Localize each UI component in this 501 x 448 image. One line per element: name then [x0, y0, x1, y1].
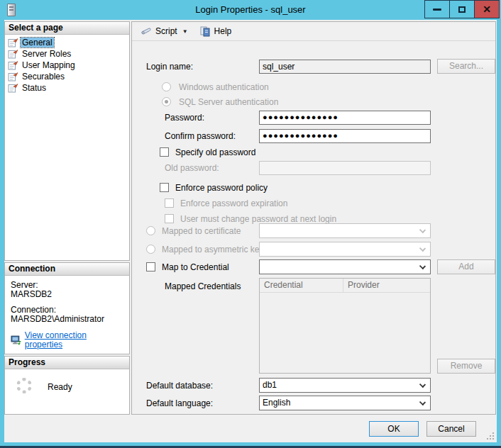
confirm-password-input[interactable]: ●●●●●●●●●●●●●●: [259, 129, 431, 143]
page-tree: General Server Roles User Mapping Secura…: [5, 35, 129, 94]
titlebar: Login Properties - sql_user ✕: [0, 0, 501, 20]
page-icon: [8, 49, 18, 59]
toolbar: Script ▼ Help: [132, 22, 495, 41]
maximize-button[interactable]: [449, 0, 475, 18]
select-a-page-header: Select a page: [5, 22, 129, 35]
select-a-page-panel: Select a page General Server Roles User …: [4, 21, 130, 261]
help-label: Help: [214, 26, 232, 36]
general-page-form: Login name: sql_user Search... Windows a…: [132, 42, 495, 414]
password-label: Password:: [165, 113, 204, 123]
column-header-provider: Provider: [343, 279, 380, 292]
ok-button[interactable]: OK: [369, 421, 419, 437]
sidebar-item-label: Securables: [21, 72, 66, 82]
add-button: Add: [437, 259, 495, 274]
remove-button: Remove: [437, 359, 495, 374]
mapped-asym-key-label: Mapped to asymmetric key: [162, 245, 263, 254]
mapped-credentials-table[interactable]: Credential Provider: [259, 278, 431, 374]
connection-body: Server: MARSDB2 Connection: MARSDB2\Admi…: [5, 276, 129, 349]
progress-panel: Progress Ready: [4, 356, 130, 415]
sql-auth-radio[interactable]: [162, 97, 171, 106]
sidebar-item-label: General: [21, 38, 54, 47]
windows-auth-radio[interactable]: [162, 82, 171, 91]
mapped-asym-key-radio: [146, 245, 155, 254]
page-icon: [8, 72, 18, 82]
resize-grip[interactable]: [492, 438, 494, 439]
confirm-password-label: Confirm password:: [165, 131, 236, 141]
sidebar: Select a page General Server Roles User …: [4, 21, 130, 415]
login-properties-dialog: Login Properties - sql_user ✕ Select a p…: [0, 0, 501, 448]
connection-value: MARSDB2\Administrator: [11, 315, 125, 324]
enforce-expiration-label: Enforce password expiration: [180, 198, 287, 208]
page-icon: [8, 38, 18, 47]
enforce-expiration-checkbox: [165, 198, 174, 208]
sidebar-item-status[interactable]: Status: [6, 82, 129, 94]
close-button[interactable]: ✕: [474, 0, 500, 18]
help-button[interactable]: Help: [196, 24, 236, 38]
sidebar-item-label: User Mapping: [21, 60, 77, 70]
search-button[interactable]: Search...: [437, 59, 495, 74]
password-input[interactable]: ●●●●●●●●●●●●●●: [259, 111, 431, 125]
default-database-label: Default database:: [146, 381, 213, 391]
script-label: Script: [155, 26, 177, 36]
map-credential-checkbox[interactable]: [146, 262, 155, 271]
page-icon: [8, 83, 18, 93]
table-header: Credential Provider: [260, 279, 430, 293]
help-icon: [199, 26, 211, 37]
specify-old-password-checkbox[interactable]: [160, 147, 169, 157]
enforce-policy-checkbox[interactable]: [160, 183, 169, 192]
mapped-asym-key-combo: [259, 242, 431, 257]
close-icon: ✕: [483, 4, 491, 14]
chevron-down-icon: [419, 263, 426, 269]
sidebar-item-securables[interactable]: Securables: [6, 71, 129, 82]
map-credential-combo[interactable]: [259, 259, 431, 274]
page-icon: [8, 60, 18, 70]
mapped-certificate-label: Mapped to certificate: [162, 226, 241, 236]
windows-auth-label: Windows authentication: [179, 82, 269, 92]
mapped-certificate-combo: [259, 223, 431, 238]
cancel-button[interactable]: Cancel: [426, 421, 476, 437]
connection-panel: Connection Server: MARSDB2 Connection: M…: [4, 262, 130, 354]
specify-old-password-label: Specify old password: [175, 147, 255, 157]
chevron-down-icon: [419, 245, 426, 252]
sql-auth-label: SQL Server authentication: [179, 97, 278, 107]
column-header-credential: Credential: [260, 279, 343, 292]
old-password-input: [259, 161, 431, 175]
must-change-password-label: User must change password at next login: [180, 214, 336, 224]
sidebar-item-label: Status: [21, 83, 48, 93]
sidebar-item-general[interactable]: General: [6, 37, 129, 48]
connection-properties-icon: [11, 335, 22, 345]
mapped-credentials-label: Mapped Credentials: [165, 281, 241, 291]
progress-status: Ready: [48, 382, 72, 392]
chevron-down-icon: [419, 399, 426, 405]
login-name-input[interactable]: sql_user: [259, 60, 431, 74]
view-connection-properties-link[interactable]: View connection properties: [25, 331, 125, 349]
progress-spinner-icon: [16, 378, 32, 393]
script-icon: [141, 26, 152, 37]
default-language-combo[interactable]: English: [259, 396, 431, 410]
default-language-label: Default language:: [146, 398, 213, 408]
sidebar-item-server-roles[interactable]: Server Roles: [6, 48, 129, 60]
default-database-value: db1: [263, 380, 277, 390]
script-dropdown-icon[interactable]: ▼: [182, 28, 188, 35]
progress-header: Progress: [5, 357, 129, 369]
sidebar-item-label: Server Roles: [21, 49, 72, 59]
server-value: MARSDB2: [11, 290, 125, 299]
maximize-icon: [458, 6, 466, 13]
map-credential-label: Map to Credential: [162, 262, 229, 272]
login-name-label: Login name:: [146, 62, 193, 72]
dialog-body: Select a page General Server Roles User …: [4, 20, 497, 442]
main-panel: Script ▼ Help Login name: sql_user Searc…: [131, 21, 496, 415]
chevron-down-icon: [419, 381, 426, 388]
script-button[interactable]: Script ▼: [137, 24, 196, 38]
enforce-policy-label: Enforce password policy: [175, 183, 268, 193]
default-language-value: English: [263, 398, 290, 408]
default-database-combo[interactable]: db1: [259, 378, 431, 393]
chevron-down-icon: [419, 227, 426, 233]
minimize-icon: [433, 9, 441, 11]
old-password-label: Old password:: [165, 163, 219, 173]
minimize-button[interactable]: [424, 0, 450, 18]
must-change-password-checkbox: [165, 214, 174, 223]
sidebar-item-user-mapping[interactable]: User Mapping: [6, 60, 129, 71]
connection-header: Connection: [5, 263, 129, 276]
window-controls: ✕: [425, 0, 500, 18]
